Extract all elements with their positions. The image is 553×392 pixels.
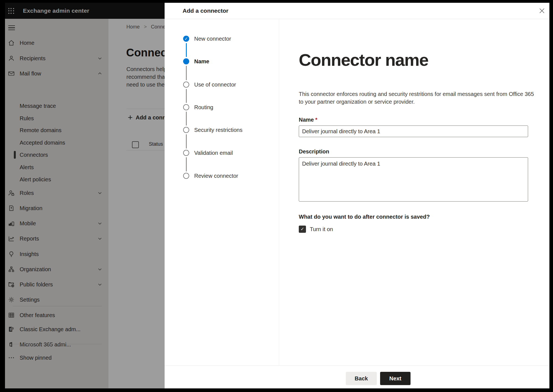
step-connector-line xyxy=(186,66,187,80)
checkmark-icon: ✓ xyxy=(300,227,304,231)
required-asterisk: * xyxy=(315,117,317,123)
step-description-line: This connector enforces routing and secu… xyxy=(299,90,534,98)
step-todo-icon xyxy=(183,173,189,179)
dialog-content: Connector name This connector enforces r… xyxy=(279,19,549,365)
wizard-step-new-connector[interactable]: ✓ New connector xyxy=(165,35,279,42)
wizard-step-security-restrictions[interactable]: Security restrictions xyxy=(165,127,279,133)
wizard-step-routing[interactable]: Routing xyxy=(165,104,279,111)
step-todo-icon xyxy=(183,127,189,133)
step-todo-icon xyxy=(183,104,189,110)
step-heading: Connector name xyxy=(299,50,428,70)
footer-divider xyxy=(165,365,549,366)
step-todo-icon xyxy=(183,82,189,88)
back-button[interactable]: Back xyxy=(346,372,377,385)
step-connector-line xyxy=(186,134,187,148)
name-input[interactable] xyxy=(299,126,528,137)
wizard-steps: ✓ New connector Name Use of connector Ro… xyxy=(165,19,279,365)
next-button[interactable]: Next xyxy=(380,372,411,385)
step-done-icon: ✓ xyxy=(183,36,189,42)
close-icon[interactable] xyxy=(538,7,546,15)
step-connector-line xyxy=(186,43,187,57)
after-save-question: What do you want to do after connector i… xyxy=(299,214,430,220)
name-field-label: Name* xyxy=(299,117,317,123)
dialog-header: Add a connector xyxy=(165,3,549,19)
step-description-line: to your partner organization or service … xyxy=(299,98,534,106)
turn-it-on-checkbox[interactable]: ✓ xyxy=(299,226,306,233)
turn-it-on-option[interactable]: ✓ Turn it on xyxy=(299,226,333,233)
wizard-step-review-connector[interactable]: Review connector xyxy=(165,173,279,179)
step-connector-line xyxy=(186,157,187,171)
description-field-label: Description xyxy=(299,148,329,155)
dialog-title: Add a connector xyxy=(183,3,229,19)
step-description: This connector enforces routing and secu… xyxy=(299,90,534,106)
wizard-step-name[interactable]: Name xyxy=(165,58,279,65)
description-textarea[interactable]: Deliver journal directly to Area 1 xyxy=(299,157,528,202)
screenshot-canvas: Exchange admin center Home Recipients Ma… xyxy=(0,0,553,392)
step-connector-line xyxy=(186,89,187,103)
wizard-step-use-of-connector[interactable]: Use of connector xyxy=(165,81,279,88)
step-connector-line xyxy=(186,112,187,126)
wizard-step-validation-email[interactable]: Validation email xyxy=(165,150,279,156)
step-current-icon xyxy=(183,58,189,64)
step-todo-icon xyxy=(183,150,189,156)
turn-it-on-label: Turn it on xyxy=(310,226,333,232)
add-connector-dialog: Add a connector ✓ New connector Name xyxy=(165,3,549,388)
